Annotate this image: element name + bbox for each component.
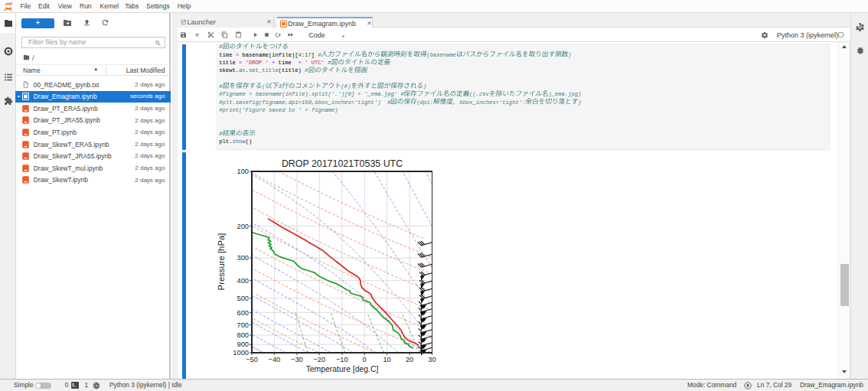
svg-text:300: 300 <box>237 254 249 262</box>
svg-text:30: 30 <box>428 356 436 363</box>
svg-text:#: # <box>219 131 223 137</box>
svg-text:200: 200 <box>237 223 249 230</box>
svg-text:100: 100 <box>237 168 249 175</box>
svg-text:time: time <box>219 52 236 58</box>
svg-text:, bbox_inches='tight':: , bbox_inches='tight': <box>453 99 526 106</box>
svg-text:'DROP ': 'DROP ' <box>246 60 269 66</box>
svg-text:): ) <box>423 83 426 90</box>
svg-text:400: 400 <box>237 277 249 285</box>
svg-text:(: ( <box>262 83 265 90</box>
svg-text:(dpi:: (dpi: <box>416 99 433 106</box>
svg-text:basename(infile)[: basename(infile)[ <box>239 52 299 58</box>
svg-text:800: 800 <box>237 331 249 339</box>
svg-text:#: # <box>219 83 223 90</box>
svg-text:500: 500 <box>237 295 249 302</box>
svg-text:): ) <box>578 99 581 106</box>
svg-text:#figname = basename(infile).sp: #figname = basename(infile).split('.')[0… <box>219 91 404 97</box>
svg-text:]: ] <box>312 52 318 58</box>
svg-text:)_ema.jpg): )_ema.jpg) <box>548 91 581 97</box>
svg-text:#: # <box>318 52 321 58</box>
svg-text:ax: ax <box>239 67 246 73</box>
svg-text:time: time <box>275 60 298 66</box>
svg-text:Pressure [hPa]: Pressure [hPa] <box>217 233 226 291</box>
svg-text:−20: −20 <box>313 356 325 363</box>
svg-text:title: title <box>219 60 239 66</box>
svg-text:600: 600 <box>237 309 249 317</box>
svg-text:#plt.savefig(figname,dpi=150,b: #plt.savefig(figname,dpi=150,bbox_inches… <box>219 99 391 106</box>
svg-text:#: # <box>219 44 223 50</box>
svg-text:skewt.: skewt. <box>219 67 239 73</box>
svg-text:0: 0 <box>363 356 367 363</box>
svg-text:17: 17 <box>305 52 312 58</box>
svg-text:(): () <box>246 138 253 145</box>
svg-text:10: 10 <box>383 356 390 363</box>
svg-text:−10: −10 <box>336 356 348 363</box>
svg-text:' UTC': ' UTC' <box>305 60 325 66</box>
svg-text:#: # <box>305 67 308 73</box>
svg-text:Temperature [deg.C]: Temperature [deg.C] <box>306 365 379 373</box>
svg-text:#print('Figure saved to ' + fi: #print('Figure saved to ' + figname) <box>219 107 338 113</box>
svg-text:): ) <box>568 52 571 58</box>
svg-text:DROP 20171021T0535 UTC: DROP 20171021T0535 UTC <box>282 158 403 169</box>
svg-text:(#): (#) <box>341 83 351 90</box>
svg-text:show: show <box>232 138 246 145</box>
svg-text:−40: −40 <box>269 356 281 363</box>
svg-text:(title): (title) <box>279 67 305 73</box>
svg-text:plt.: plt. <box>219 138 232 145</box>
svg-text:700: 700 <box>237 321 249 329</box>
svg-text:(basename: (basename <box>426 52 456 58</box>
svg-text:3: 3 <box>279 83 282 90</box>
svg-text:#: # <box>328 60 331 66</box>
svg-text:900: 900 <box>237 340 249 348</box>
svg-text:1000: 1000 <box>233 349 249 357</box>
svg-text:−30: −30 <box>291 356 303 363</box>
svg-text:((.csv: ((.csv <box>469 91 490 97</box>
svg-text:20: 20 <box>406 356 413 363</box>
svg-text:set_title: set_title <box>249 67 279 73</box>
